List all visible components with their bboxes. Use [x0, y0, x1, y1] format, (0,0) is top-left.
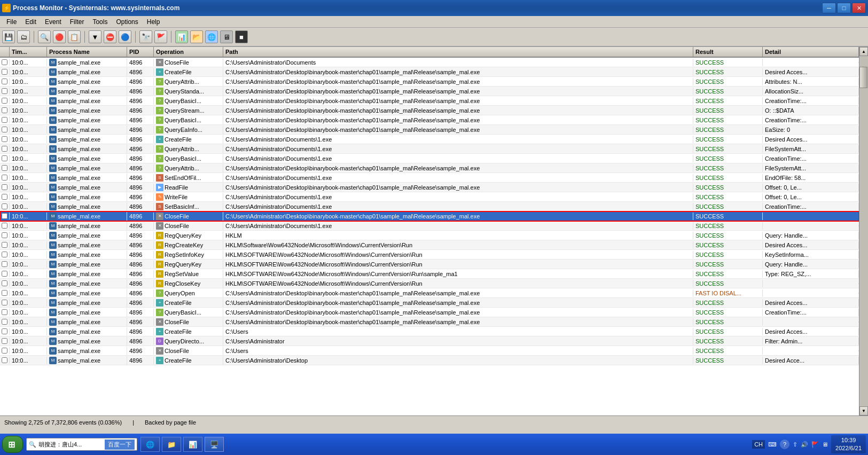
- row-check[interactable]: [0, 241, 10, 248]
- table-row[interactable]: 10:0... M sample_mal.exe 4896 R RegSetIn…: [0, 250, 859, 260]
- search-bar[interactable]: 🔍 百度一下: [26, 438, 137, 451]
- taskbar-procmon[interactable]: 🖥️: [205, 437, 224, 452]
- taskbar-stocks[interactable]: 📊: [183, 437, 202, 452]
- table-row[interactable]: 10:0... M sample_mal.exe 4896 R RegClose…: [0, 279, 859, 288]
- table-row[interactable]: 10:0... M sample_mal.exe 4896 ✎ WriteFil…: [0, 192, 859, 202]
- row-check[interactable]: [0, 251, 10, 258]
- taskbar-ie[interactable]: 🌐: [140, 437, 160, 452]
- toolbar-regfilter[interactable]: 📂: [190, 30, 203, 43]
- table-row[interactable]: 10:0... M sample_mal.exe 4896 + CreateFi…: [0, 67, 859, 77]
- table-row[interactable]: 10:0... M sample_mal.exe 4896 ? QuerySta…: [0, 87, 859, 96]
- toolbar-highlight[interactable]: 🔴: [53, 30, 66, 43]
- row-check[interactable]: [0, 261, 10, 268]
- scrollbar-up[interactable]: ▲: [859, 47, 868, 56]
- menu-item-options[interactable]: Options: [112, 17, 142, 27]
- table-row[interactable]: 10:0... M sample_mal.exe 4896 ? QueryBas…: [0, 96, 859, 106]
- row-check[interactable]: [0, 347, 10, 354]
- search-button[interactable]: 百度一下: [105, 440, 135, 450]
- row-check[interactable]: [0, 164, 10, 171]
- table-row[interactable]: 10:0... M sample_mal.exe 4896 S SetBasic…: [0, 202, 859, 211]
- menu-item-filter[interactable]: Filter: [66, 17, 89, 27]
- close-button[interactable]: ✕: [852, 3, 866, 13]
- maximize-button[interactable]: □: [837, 3, 851, 13]
- toolbar-netfilter[interactable]: 🌐: [205, 30, 218, 43]
- col-pid-header[interactable]: PID: [127, 47, 154, 57]
- table-row[interactable]: 10:0... M sample_mal.exe 4896 ✕ CloseFil…: [0, 221, 859, 231]
- minimize-button[interactable]: ─: [822, 3, 836, 13]
- row-check[interactable]: [0, 222, 10, 229]
- table-row[interactable]: 10:0... M sample_mal.exe 4896 ? QueryAtt…: [0, 163, 859, 173]
- menu-item-edit[interactable]: Edit: [21, 17, 41, 27]
- table-row[interactable]: 10:0... M sample_mal.exe 4896 + CreateFi…: [0, 356, 859, 365]
- row-check[interactable]: [0, 213, 10, 219]
- menu-item-file[interactable]: File: [2, 17, 21, 27]
- row-check[interactable]: [0, 299, 10, 306]
- table-row[interactable]: 10:0... M sample_mal.exe 4896 + CreateFi…: [0, 135, 859, 144]
- menu-item-help[interactable]: Help: [143, 17, 165, 27]
- scrollbar-track[interactable]: [859, 56, 868, 406]
- table-row[interactable]: 10:0... M sample_mal.exe 4896 R RegSetVa…: [0, 269, 859, 279]
- row-check[interactable]: [0, 280, 10, 287]
- col-process-header[interactable]: Process Name: [47, 47, 127, 57]
- toolbar-proctree[interactable]: 📊: [175, 30, 188, 43]
- col-result-header[interactable]: Result: [693, 47, 763, 57]
- row-check[interactable]: [0, 136, 10, 143]
- row-check[interactable]: [0, 309, 10, 316]
- row-check[interactable]: [0, 107, 10, 114]
- table-row[interactable]: 10:0... M sample_mal.exe 4896 ? QueryOpe…: [0, 288, 859, 298]
- row-check[interactable]: [0, 68, 10, 75]
- row-check[interactable]: [0, 116, 10, 123]
- table-row[interactable]: 10:0... M sample_mal.exe 4896 + CreateFi…: [0, 298, 859, 308]
- taskbar-explorer[interactable]: 📁: [162, 437, 181, 452]
- row-check[interactable]: [0, 97, 10, 104]
- table-row[interactable]: 10:0... M sample_mal.exe 4896 S SetEndOf…: [0, 173, 859, 183]
- table-row[interactable]: 10:0... M sample_mal.exe 4896 + CreateFi…: [0, 327, 859, 336]
- row-check[interactable]: [0, 193, 10, 200]
- row-check[interactable]: [0, 338, 10, 344]
- table-row[interactable]: 10:0... M sample_mal.exe 4896 ? QueryStr…: [0, 106, 859, 115]
- row-check[interactable]: [0, 232, 10, 239]
- col-time-header[interactable]: Tim...: [10, 47, 47, 57]
- table-row[interactable]: 10:0... M sample_mal.exe 4896 ✕ CloseFil…: [0, 58, 859, 67]
- row-check[interactable]: [0, 184, 10, 191]
- table-row[interactable]: 10:0... M sample_mal.exe 4896 R RegQuery…: [0, 260, 859, 269]
- row-check[interactable]: [0, 270, 10, 277]
- toolbar-find[interactable]: 🔍: [38, 30, 51, 43]
- table-row[interactable]: 10:0... M sample_mal.exe 4896 ? QueryBas…: [0, 308, 859, 317]
- toolbar-open[interactable]: 💾: [2, 30, 15, 43]
- start-button[interactable]: ⊞: [2, 436, 23, 453]
- row-check[interactable]: [0, 203, 10, 210]
- row-check[interactable]: [0, 174, 10, 181]
- table-row[interactable]: 10:0... M sample_mal.exe 4896 R RegCreat…: [0, 240, 859, 250]
- toolbar-save[interactable]: 🗂: [17, 30, 30, 43]
- row-check[interactable]: [0, 328, 10, 335]
- table-body[interactable]: 10:0... M sample_mal.exe 4896 ✕ CloseFil…: [0, 58, 859, 415]
- row-check[interactable]: [0, 289, 10, 296]
- menu-item-tools[interactable]: Tools: [88, 17, 112, 27]
- table-row[interactable]: 10:0... M sample_mal.exe 4896 ? QueryBas…: [0, 115, 859, 125]
- row-check[interactable]: [0, 59, 10, 66]
- toolbar-flag[interactable]: ⛔: [104, 30, 116, 43]
- toolbar-binoculars[interactable]: 🔭: [139, 30, 152, 43]
- row-check[interactable]: [0, 357, 10, 364]
- table-row[interactable]: 10:0... M sample_mal.exe 4896 ▶ ReadFile…: [0, 183, 859, 192]
- table-row[interactable]: 10:0... M sample_mal.exe 4896 ? QueryAtt…: [0, 144, 859, 154]
- menu-item-event[interactable]: Event: [41, 17, 66, 27]
- table-row[interactable]: 10:0... M sample_mal.exe 4896 ✕ CloseFil…: [0, 317, 859, 327]
- toolbar-flagmark[interactable]: 🚩: [154, 30, 167, 43]
- table-row[interactable]: 10:0... M sample_mal.exe 4896 R RegQuery…: [0, 231, 859, 240]
- toolbar-procfilter[interactable]: 🖥: [220, 30, 233, 43]
- toolbar-drop[interactable]: ▼: [89, 30, 101, 43]
- row-check[interactable]: [0, 88, 10, 95]
- table-row[interactable]: 10:0... M sample_mal.exe 4896 D QueryDir…: [0, 336, 859, 346]
- col-path-header[interactable]: Path: [223, 47, 693, 57]
- toolbar-filter[interactable]: 📋: [68, 30, 81, 43]
- col-operation-header[interactable]: Operation: [154, 47, 223, 57]
- table-row[interactable]: 10:0... M sample_mal.exe 4896 ? QueryAtt…: [0, 77, 859, 87]
- scrollbar[interactable]: ▲ ▼: [859, 47, 868, 415]
- scrollbar-down[interactable]: ▼: [859, 406, 868, 415]
- row-check[interactable]: [0, 145, 10, 152]
- row-check[interactable]: [0, 78, 10, 85]
- toolbar-net[interactable]: 🔵: [119, 30, 131, 43]
- search-input[interactable]: [38, 441, 103, 448]
